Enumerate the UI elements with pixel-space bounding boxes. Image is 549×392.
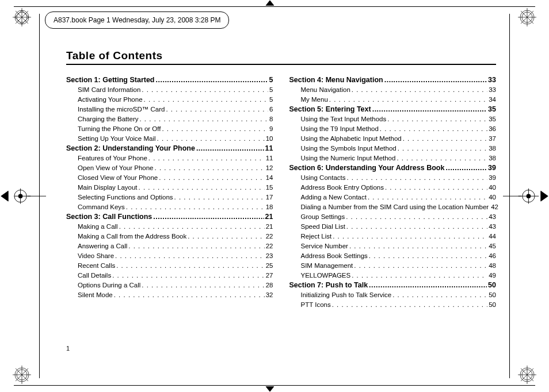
toc-page: 46 — [489, 251, 496, 261]
toc-label: PTT Icons — [301, 300, 331, 310]
toc-page: 34 — [489, 95, 496, 105]
toc-page: 6 — [269, 105, 273, 114]
toc-leader: . . . . . . . . . . . . . . . . . . . . … — [387, 114, 487, 124]
toc-leader: ........................................… — [153, 212, 264, 222]
svg-point-42 — [527, 194, 531, 198]
toc-page: 11 — [265, 144, 273, 153]
toc-entry: Selecting Functions and Options . . . . … — [66, 193, 273, 202]
toc-label: Setting Up Your Voice Mail — [78, 134, 156, 144]
toc-leader: . . . . . . . . . . . . . . . . . . . . … — [352, 271, 487, 280]
toc-label: Address Book Settings — [301, 251, 368, 261]
toc-label: My Menu — [301, 95, 328, 105]
toc-leader: . . . . . . . . . . . . . . . . . . . . … — [115, 251, 265, 261]
toc-entry: YELLOWPAGES . . . . . . . . . . . . . . … — [289, 271, 497, 280]
toc-label: Service Number — [301, 241, 348, 251]
toc-entry: Using the Text Input Methods . . . . . .… — [289, 114, 497, 124]
toc-entry: Setting Up Your Voice Mail . . . . . . .… — [66, 134, 273, 144]
toc-label: Options During a Call — [78, 280, 140, 290]
toc-entry: Address Book Settings . . . . . . . . . … — [289, 251, 497, 261]
toc-entry: Using the Symbols Input Method . . . . .… — [289, 144, 497, 153]
toc-leader: . . . . . . . . . . . . . . . . . . . . … — [380, 124, 487, 134]
registration-mark-icon — [503, 182, 549, 210]
toc-page: 45 — [489, 241, 496, 251]
toc-label: Section 4: Menu Navigation — [289, 75, 383, 85]
toc-leader: . . . . . . . . . . . . . . . . . . . . … — [398, 144, 488, 153]
content-area: Table of Contents Section 1: Getting Sta… — [66, 49, 496, 310]
toc-leader: . . . . . . . . . . . . . . . . . . . . … — [142, 85, 268, 95]
toc-page: 43 — [489, 222, 496, 232]
toc-column-left: Section 1: Getting Started .............… — [66, 75, 273, 310]
toc-leader: ........................................… — [196, 144, 264, 153]
toc-leader: . . . . . . . . . . . . . . . . . . . . … — [157, 134, 265, 144]
page-title: Table of Contents — [66, 49, 496, 65]
toc-leader: . . . . . . . . . . . . . . . . . . . . … — [352, 85, 487, 95]
toc-leader: . . . . . . . . . . . . . . . . . . . . … — [139, 114, 268, 124]
toc-entry: Activating Your Phone . . . . . . . . . … — [66, 95, 273, 105]
toc-label: Section 2: Understanding Your Phone — [66, 144, 195, 153]
toc-section: Section 6: Understanding Your Address Bo… — [289, 163, 497, 173]
toc-leader: . . . . . . . . . . . . . . . . . . . . … — [346, 212, 487, 222]
toc-entry: Options During a Call . . . . . . . . . … — [66, 280, 273, 290]
registration-mark-icon — [256, 0, 284, 7]
toc-entry: Using the Alphabetic Input Method . . . … — [289, 134, 497, 144]
toc-label: Open View of Your Phone — [78, 163, 154, 173]
toc-page: 21 — [265, 212, 273, 222]
toc-page: 49 — [489, 271, 496, 280]
toc-label: Command Keys — [78, 202, 125, 212]
toc-page: 21 — [266, 222, 273, 232]
toc-entry: Closed View of Your Phone . . . . . . . … — [66, 173, 273, 183]
toc-label: Using the T9 Input Method — [301, 124, 379, 134]
svg-marker-45 — [266, 387, 274, 392]
toc-entry: Using the T9 Input Method . . . . . . . … — [289, 124, 497, 134]
rosette-icon — [516, 6, 539, 29]
toc-leader: . . . . . . . . . . . . . . . . . . . . … — [329, 95, 487, 105]
toc-section: Section 2: Understanding Your Phone ....… — [66, 144, 273, 153]
toc-leader: . . . . . . . . . . . . . . . . . . . . … — [144, 95, 269, 105]
toc-entry: Recent Calls . . . . . . . . . . . . . .… — [66, 261, 273, 271]
toc-entry: Adding a New Contact . . . . . . . . . .… — [289, 193, 497, 202]
rosette-icon — [516, 363, 539, 386]
toc-label: Features of Your Phone — [78, 153, 147, 163]
toc-label: Activating Your Phone — [78, 95, 143, 105]
toc-entry: Charging the Battery . . . . . . . . . .… — [66, 114, 273, 124]
toc-entry: Dialing a Number from the SIM Card using… — [289, 202, 497, 212]
toc-leader: ........................................… — [369, 280, 487, 290]
page-number: 1 — [66, 345, 70, 352]
toc-page: 35 — [489, 114, 496, 124]
toc-label: Address Book Entry Options — [301, 183, 384, 193]
registration-mark-icon — [0, 182, 46, 210]
toc-entry: Silent Mode . . . . . . . . . . . . . . … — [66, 290, 273, 300]
toc-page: 50 — [488, 280, 496, 290]
toc-entry: Call Details . . . . . . . . . . . . . .… — [66, 271, 273, 280]
toc-leader: . . . . . . . . . . . . . . . . . . . . … — [166, 105, 268, 114]
toc-label: Using the Symbols Input Method — [301, 144, 396, 153]
toc-section: Section 3: Call Functions ..............… — [66, 212, 273, 222]
toc-page: 5 — [269, 85, 273, 95]
toc-entry: Installing the microSD™ Card . . . . . .… — [66, 105, 273, 114]
toc-label: Section 3: Call Functions — [66, 212, 152, 222]
toc-label: Using the Numeric Input Method — [301, 153, 396, 163]
toc-page: 36 — [489, 124, 496, 134]
toc-entry: Turning the Phone On or Off . . . . . . … — [66, 124, 273, 134]
toc-label: Using the Text Input Methods — [301, 114, 387, 124]
toc-page: 28 — [266, 280, 273, 290]
toc-label: Using Contacts — [301, 173, 346, 183]
toc-entry: Speed Dial List . . . . . . . . . . . . … — [289, 222, 497, 232]
toc-leader: ........................................… — [372, 105, 487, 114]
toc-leader: . . . . . . . . . . . . . . . . . . . . … — [332, 300, 488, 310]
toc-page: 23 — [266, 251, 273, 261]
toc-page: 10 — [266, 134, 273, 144]
toc-entry: My Menu . . . . . . . . . . . . . . . . … — [289, 95, 497, 105]
toc-page: 35 — [488, 105, 496, 114]
toc-label: Making a Call from the Address Book — [78, 232, 186, 241]
toc-entry: Main Display Layout . . . . . . . . . . … — [66, 183, 273, 193]
toc-section: Section 1: Getting Started .............… — [66, 75, 273, 85]
toc-entry: Menu Navigation . . . . . . . . . . . . … — [289, 85, 497, 95]
toc-page: 8 — [269, 114, 273, 124]
toc-entry: Answering a Call . . . . . . . . . . . .… — [66, 241, 273, 251]
toc-leader: . . . . . . . . . . . . . . . . . . . . … — [159, 173, 265, 183]
toc-page: 32 — [266, 290, 273, 300]
toc-label: Group Settings — [301, 212, 345, 222]
toc-page: 39 — [488, 163, 496, 173]
page-header: A837.book Page 1 Wednesday, July 23, 200… — [45, 11, 229, 29]
